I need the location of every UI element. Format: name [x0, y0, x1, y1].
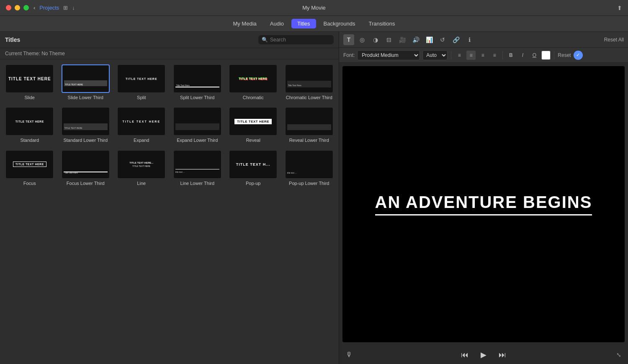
chromatic-label: Chromatic — [243, 95, 264, 100]
play-button[interactable]: ▶ — [477, 348, 490, 361]
popup-lower-third-label: Pop-up Lower Third — [289, 180, 329, 186]
font-label: Font: — [343, 52, 355, 58]
reset-all-button[interactable]: Reset All — [604, 37, 624, 43]
toolbar-speed-icon[interactable]: 🔗 — [450, 34, 461, 45]
title-thumb-reveal: Title Text Here — [229, 107, 277, 136]
minimize-button[interactable] — [15, 5, 20, 10]
popup-label: Pop-up — [246, 180, 260, 186]
search-box[interactable]: 🔍 — [258, 35, 334, 44]
split-label: Split — [137, 95, 146, 100]
toolbar-text-icon[interactable]: T — [343, 34, 354, 45]
align-justify-button[interactable]: ≡ — [490, 51, 499, 60]
font-bar: Font: Produkt Medium Auto ≡ ≡ ≡ ≡ B I O … — [339, 48, 628, 63]
divider-3 — [554, 51, 554, 59]
titles-panel: Titles 🔍 Current Theme: No Theme TITLE T… — [0, 32, 339, 364]
titles-grid: TITLE TEXT HERE Slide TITLE TEXT HERE Sl… — [3, 63, 335, 188]
align-center-button[interactable]: ≡ — [466, 51, 476, 60]
title-item-chromatic-lower-third[interactable]: Title Text Here Chromatic Lower Third — [283, 63, 336, 102]
tab-transitions[interactable]: Transitions — [363, 19, 401, 28]
title-item-line[interactable]: TITLE TEXT HERE... TITLE TEXT HERE Line — [115, 149, 168, 188]
toolbar-camera-icon[interactable]: 🎥 — [397, 34, 408, 45]
back-icon[interactable]: ‹ — [33, 5, 35, 11]
standard-label: Standard — [20, 137, 39, 143]
microphone-button[interactable]: 🎙 — [346, 351, 353, 359]
expand-lower-third-label: Expand Lower Third — [177, 137, 218, 143]
close-button[interactable] — [6, 5, 11, 10]
toolbar-info-icon[interactable]: ℹ — [464, 34, 475, 45]
title-item-slide-lower-third[interactable]: TITLE TEXT HERE Slide Lower Third — [59, 63, 112, 102]
color-swatch[interactable] — [541, 51, 551, 60]
preview-title: AN ADVENTURE BEGINS — [375, 193, 592, 215]
toolbar-color-icon[interactable]: ◑ — [370, 34, 381, 45]
toolbar-crop-icon[interactable]: ⊟ — [383, 34, 394, 45]
align-left-button[interactable]: ≡ — [455, 51, 464, 60]
font-size-select[interactable]: Auto — [422, 50, 448, 60]
title-item-reveal-lower-third[interactable]: Reveal Lower Third — [283, 105, 336, 145]
preview-area: AN ADVENTURE BEGINS — [342, 66, 625, 342]
title-item-line-lower-third[interactable]: title text ... Line Lower Third — [171, 149, 224, 188]
title-thumb-chromatic-lower-third: Title Text Here — [285, 64, 333, 93]
titlebar-nav[interactable]: ‹ Projects ⊞ ↓ — [33, 5, 75, 11]
share-button[interactable]: ⬆ — [617, 5, 622, 11]
titles-grid-container: TITLE TEXT HERE Slide TITLE TEXT HERE Sl… — [0, 59, 339, 364]
focus-label: Focus — [23, 180, 36, 186]
standard-thumb-text: TITLE TEXT HERE — [15, 120, 44, 123]
toolbar-audio-icon[interactable]: 🔊 — [410, 34, 421, 45]
projects-link[interactable]: Projects — [39, 5, 59, 11]
title-thumb-popup-lower-third: title text ... — [285, 150, 333, 179]
chromatic-thumb-text: Title Text Here — [239, 77, 268, 80]
title-item-standard-lower-third[interactable]: TITLE TEXT HERE Standard Lower Third — [59, 105, 112, 145]
title-item-focus[interactable]: Title Text Here Focus — [3, 149, 56, 188]
title-item-popup-lower-third[interactable]: title text ... Pop-up Lower Third — [283, 149, 336, 188]
title-item-standard[interactable]: TITLE TEXT HERE Standard — [3, 105, 56, 145]
search-input[interactable] — [270, 37, 330, 43]
right-panel: T ◎ ◑ ⊟ 🎥 🔊 📊 ↺ 🔗 ℹ Reset All Font: Prod… — [339, 32, 628, 364]
tab-backgrounds[interactable]: Backgrounds — [318, 19, 361, 28]
titles-header: Titles 🔍 — [0, 32, 339, 48]
reveal-lower-third-label: Reveal Lower Third — [289, 137, 329, 143]
tab-my-media[interactable]: My Media — [227, 19, 262, 28]
skip-back-button[interactable]: ⏮ — [461, 351, 468, 359]
title-item-split-lower-third[interactable]: Title Text Here Split Lower Third — [171, 63, 224, 102]
title-item-expand-lower-third[interactable]: Expand Lower Third — [171, 105, 224, 145]
split-lower-third-label: Split Lower Third — [180, 95, 214, 100]
download-icon[interactable]: ↓ — [72, 5, 75, 11]
italic-button[interactable]: I — [518, 51, 527, 60]
titles-panel-title: Titles — [5, 36, 20, 43]
toolbar-filter-icon[interactable]: ◎ — [357, 34, 368, 45]
library-icon[interactable]: ⊞ — [63, 5, 68, 11]
slide-thumb-text: TITLE TEXT HERE — [8, 77, 51, 81]
title-item-popup[interactable]: TITLE TEXT H... Pop-up — [227, 149, 280, 188]
fullscreen-button[interactable]: ⤡ — [616, 351, 621, 358]
title-item-chromatic[interactable]: Title Text Here Chromatic — [227, 63, 280, 102]
toolbar-left: T ◎ ◑ ⊟ 🎥 🔊 📊 ↺ 🔗 ℹ — [343, 34, 475, 45]
outline-button[interactable]: O — [530, 51, 539, 60]
maximize-button[interactable] — [23, 5, 29, 10]
divider-2 — [502, 51, 503, 59]
align-right-button[interactable]: ≡ — [478, 51, 487, 60]
tab-titles[interactable]: Titles — [291, 19, 316, 28]
divider-1 — [451, 51, 451, 59]
confirm-button[interactable]: ✓ — [574, 51, 583, 60]
title-item-expand[interactable]: Title Text Here Expand — [115, 105, 168, 145]
title-thumb-reveal-lower-third — [285, 107, 333, 136]
title-thumb-line-lower-third: title text ... — [173, 150, 221, 179]
title-item-slide[interactable]: TITLE TEXT HERE Slide — [3, 63, 56, 102]
title-item-reveal[interactable]: Title Text Here Reveal — [227, 105, 280, 145]
bold-button[interactable]: B — [506, 51, 515, 60]
slide-label: Slide — [25, 95, 35, 100]
expand-label: Expand — [134, 137, 149, 143]
toolbar-chart-icon[interactable]: 📊 — [424, 34, 435, 45]
toolbar-stabilize-icon[interactable]: ↺ — [437, 34, 448, 45]
reset-button[interactable]: Reset — [558, 52, 571, 58]
window-buttons[interactable] — [6, 5, 29, 10]
tab-audio[interactable]: Audio — [264, 19, 290, 28]
title-item-focus-lower-third[interactable]: Title Text Here Focus Lower Third — [59, 149, 112, 188]
title-thumb-split-lower-third: Title Text Here — [173, 64, 221, 93]
title-thumb-focus-lower-third: Title Text Here — [62, 150, 110, 179]
font-select[interactable]: Produkt Medium — [357, 50, 420, 60]
title-item-split[interactable]: TITLE TEXT HERE Split — [115, 63, 168, 102]
skip-forward-button[interactable]: ⏭ — [499, 351, 506, 359]
title-thumb-chromatic: Title Text Here — [229, 64, 277, 93]
expand-thumb-text: Title Text Here — [122, 120, 160, 123]
